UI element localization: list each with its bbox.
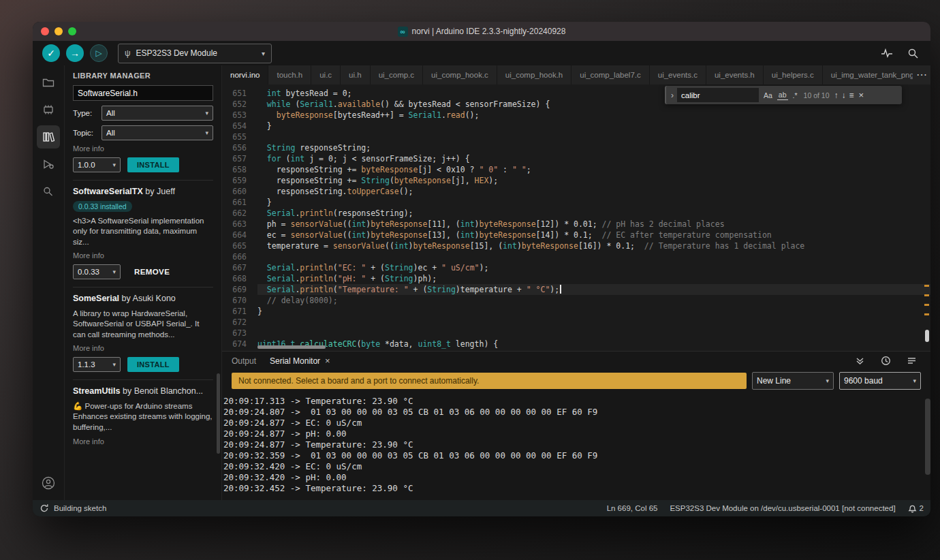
library-author: by Benoit Blanchon... <box>120 386 203 396</box>
code-line-658[interactable]: responseString += byteResponse[j] < 0x10… <box>257 164 930 175</box>
code-line-664[interactable]: ec = sensorValue((int)byteResponse[13], … <box>257 230 930 240</box>
editor-tab-touch.h[interactable]: touch.h <box>268 65 311 84</box>
library-entry-title: StreamUtils by Benoit Blanchon... <box>73 386 213 397</box>
find-in-selection-button[interactable]: ≡ <box>849 91 854 100</box>
serial-scrollbar[interactable] <box>925 399 930 475</box>
version-select[interactable]: 1.0.0 ▾ <box>73 157 121 172</box>
serial-plotter-button[interactable] <box>879 45 895 61</box>
line-number: 669 <box>222 284 247 295</box>
editor-tab-ui_events.h[interactable]: ui_events.h <box>706 65 764 84</box>
code-line-674[interactable]: uint16_t calculateCRC(byte *data, uint8_… <box>257 339 930 349</box>
close-window-button[interactable] <box>41 27 49 35</box>
code-line-671[interactable]: } <box>257 306 930 317</box>
more-info-link[interactable]: More info <box>73 437 213 446</box>
whole-word-button[interactable]: ab <box>777 90 788 100</box>
type-filter-select[interactable]: All ▾ <box>101 106 213 121</box>
tab-serial-monitor[interactable]: Serial Monitor × <box>270 356 330 366</box>
text-cursor <box>560 285 561 294</box>
upload-button[interactable]: → <box>66 44 84 62</box>
sidebar-item-debug[interactable] <box>37 153 60 176</box>
match-case-button[interactable]: Aa <box>762 91 774 100</box>
editor-tab-ui_comp_label7.c[interactable]: ui_comp_label7.c <box>571 65 650 84</box>
find-expand-icon[interactable]: › <box>671 91 674 100</box>
regex-button[interactable]: .* <box>792 91 799 100</box>
code-line-669[interactable]: Serial.println("Temperature: " + (String… <box>257 284 930 295</box>
editor-tab-norvi.ino[interactable]: norvi.ino <box>222 65 268 84</box>
more-info-link[interactable]: More info <box>73 144 213 153</box>
code-line-662[interactable]: Serial.println(responseString); <box>257 208 930 219</box>
line-ending-select[interactable]: New Line ▾ <box>752 372 834 390</box>
sidebar-item-search[interactable] <box>37 180 60 203</box>
editor-tab-ui.c[interactable]: ui.c <box>311 65 341 84</box>
find-close-button[interactable]: × <box>859 90 864 100</box>
serial-output[interactable]: 20:09:17.313 -> Temperature: 23.90 °C20:… <box>222 393 930 494</box>
editor-tab-ui.h[interactable]: ui.h <box>341 65 371 84</box>
board-selector[interactable]: ψ ESP32S3 Dev Module ▾ <box>118 44 272 63</box>
editor-tab-ui_events.c[interactable]: ui_events.c <box>650 65 706 84</box>
installed-badge: 0.0.33 installed <box>73 201 132 212</box>
account-icon <box>42 476 55 490</box>
minimize-window-button[interactable] <box>54 27 63 35</box>
find-next-button[interactable]: ↓ <box>842 91 846 100</box>
more-info-link[interactable]: More info <box>73 251 213 260</box>
serial-monitor-button[interactable] <box>905 45 921 61</box>
collapse-panel-button[interactable] <box>851 353 868 369</box>
remove-button[interactable]: REMOVE <box>127 264 176 279</box>
code-line-665[interactable]: temperature = sensorValue((int)byteRespo… <box>257 240 930 251</box>
code-line-670[interactable]: // delay(8000); <box>257 295 930 306</box>
editor-horizontal-scrollbar[interactable] <box>257 345 326 349</box>
code-line-673[interactable] <box>257 328 930 339</box>
library-search-input[interactable] <box>73 85 213 101</box>
editor-tab-ui_comp_hook.h[interactable]: ui_comp_hook.h <box>497 65 571 84</box>
editor-tab-ui_img_water_tank_png.c[interactable]: ui_img_water_tank_png.c <box>823 65 913 84</box>
code-line-654[interactable]: } <box>257 121 930 131</box>
cursor-position[interactable]: Ln 669, Col 65 <box>607 504 658 512</box>
find-input[interactable] <box>677 88 759 102</box>
find-previous-button[interactable]: ↑ <box>834 91 839 100</box>
tab-output[interactable]: Output <box>232 356 256 366</box>
close-icon[interactable]: × <box>325 356 330 366</box>
code-line-660[interactable]: responseString.toUpperCase(); <box>257 186 930 197</box>
notifications-button[interactable]: 2 <box>908 503 924 513</box>
install-button[interactable]: INSTALL <box>127 357 179 372</box>
version-select[interactable]: 1.1.3 ▾ <box>73 357 121 372</box>
editor-tab-ui_comp_hook.c[interactable]: ui_comp_hook.c <box>423 65 497 84</box>
code-line-672[interactable] <box>257 317 930 328</box>
board-connection-status[interactable]: ESP32S3 Dev Module on /dev/cu.usbserial-… <box>670 504 895 512</box>
code-line-666[interactable] <box>257 251 930 262</box>
serial-line: 20:09:32.420 -> EC: 0 uS/cm <box>223 461 930 472</box>
install-button[interactable]: INSTALL <box>127 157 179 172</box>
editor-tab-ui_helpers.c[interactable]: ui_helpers.c <box>764 65 823 84</box>
code-line-656[interactable]: String responseString; <box>257 142 930 153</box>
chevron-down-icon: ▾ <box>262 50 265 57</box>
sidebar-item-account[interactable] <box>37 471 60 495</box>
more-info-link[interactable]: More info <box>73 344 213 352</box>
panel-scrollbar[interactable] <box>217 373 220 454</box>
code-line-667[interactable]: Serial.println("EC: " + (String)ec + " u… <box>257 262 930 273</box>
verify-button[interactable]: ✓ <box>42 44 60 62</box>
clear-output-button[interactable] <box>903 353 920 369</box>
editor-tab-ui_comp.c[interactable]: ui_comp.c <box>371 65 423 84</box>
code-line-668[interactable]: Serial.println("pH: " + (String)ph); <box>257 273 930 284</box>
topic-filter-select[interactable]: All ▾ <box>101 125 213 140</box>
baud-rate-select[interactable]: 9600 baud ▾ <box>839 372 921 390</box>
code-line-655[interactable] <box>257 131 930 142</box>
type-filter-value: All <box>106 109 115 117</box>
zoom-window-button[interactable] <box>68 27 76 35</box>
code-line-657[interactable]: for (int j = 0; j < sensorFrameSize; j++… <box>257 153 930 164</box>
library-name: SomeSerial <box>73 294 119 303</box>
sidebar-item-library-manager[interactable] <box>37 125 60 149</box>
code-line-653[interactable]: byteResponse[bytesRead++] = Serial1.read… <box>257 110 930 121</box>
toggle-timestamp-button[interactable] <box>877 353 894 369</box>
sidebar-item-boards-manager[interactable] <box>37 98 60 121</box>
debug-button[interactable]: ▷ <box>90 44 108 62</box>
activity-bar <box>33 65 65 500</box>
sidebar-item-sketchbook[interactable] <box>37 71 60 94</box>
editor-vertical-scrollbar[interactable] <box>925 330 929 342</box>
tab-overflow-button[interactable]: ⋯ <box>913 65 930 84</box>
version-select[interactable]: 0.0.33 ▾ <box>73 264 121 279</box>
code-line-661[interactable]: } <box>257 197 930 208</box>
code-line-663[interactable]: ph = sensorValue((int)byteResponse[11], … <box>257 219 930 230</box>
code-line-659[interactable]: responseString += String(byteResponse[j]… <box>257 175 930 186</box>
code-lines[interactable]: int bytesRead = 0; while (Serial1.availa… <box>257 88 930 351</box>
